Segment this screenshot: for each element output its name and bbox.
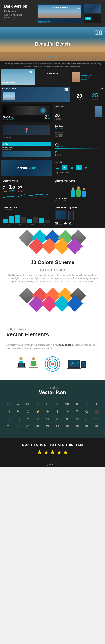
icon-19: ✿ [83,409,91,414]
bottom-num-20: 20 Jul 2016 [55,112,61,120]
svg-rect-10 [35,364,37,365]
tl-text-3: Jun 2016 [56,135,63,137]
inf-stat-label-2: Active [62,200,67,201]
dark-version-description: All Slide With Black Background [4,14,34,19]
footer-url: gfxtra.com [2,463,103,466]
tl-text-1: Jan 2016 [56,132,63,133]
il-icon-1: ☁ [55,164,60,170]
cc-title: Creative Chart [3,206,50,209]
tl-ever: Ever [55,129,102,131]
et-dot-2 [57,154,59,156]
dark-version-title: Dark Version [4,4,34,9]
inf-figure-1 [71,188,75,197]
editable-section: Fully Editable Vector Elements All vecto… [0,321,105,380]
icon-12: ⚑ [14,409,22,414]
star-3: ★ [50,449,55,456]
editable-heading: Fully Editable Vector Elements [6,328,99,340]
ci-placeholder: Placeholder [2,148,51,150]
cc-chart-area [3,212,50,223]
svg-rect-22 [82,362,86,368]
diamond-row-2 [0,240,105,252]
svg-point-23 [83,368,84,368]
mock-phone [68,211,74,220]
vi-divider [49,396,56,397]
icon-34: ☱ [34,424,42,430]
wn-sub: Special Event ? [3,118,50,120]
slide-bb-wide: Beautiful Beach 20 [1,86,69,102]
svg-point-0 [19,357,23,360]
cc-lbl-1: 400 [3,223,14,225]
inf-stat-1: 7.814 Total [55,198,60,201]
fig-head-2 [77,186,80,189]
svg-point-25 [72,363,73,364]
read-more-button[interactable]: READ MORE [45,55,60,58]
slide-icon-list: Icon List ☁ ✉ ☎ ⚙ ★ Fully editable icons [53,160,104,176]
people-svg [17,356,38,372]
slide-freddy: Freddy Color Presentation Designer [70,69,104,85]
vi-target-figure [42,354,63,374]
icon-37: ☴ [63,424,71,430]
slide-creative-mockup: Creative Mockup Slide 901 Downloads 160 … [53,205,104,227]
colors-divider [49,266,56,267]
freddy-name: Freddy Color [81,74,103,76]
svg-rect-4 [17,367,26,368]
mock-title: Creative Mockup Slide [55,206,102,209]
wn-title: What's New [3,116,50,118]
vector-showcase [6,354,99,374]
beach-image: Beautiful Beach 10 READ MORE [0,27,105,61]
slides-grid-row1: 18 Beautiful Beach Clean Table Freddy Co… [0,68,105,86]
star-4: ★ [56,449,62,456]
icon-24: ☀ [34,416,42,422]
vector-icons-section: Included Vector Icon ♡ ☁ ✉ ☆ ☐ ✏ ☎ ⏺ ♪ ⬇… [0,380,105,438]
cc-bar-4 [21,218,26,223]
mock-stat-2: 160 Views [64,222,68,226]
svg-rect-8 [32,361,36,366]
colors-scheme-section: 10 Colors Scheme Included In Package The… [0,228,105,321]
fig-head-1 [72,188,74,190]
cc-report: 2016 Report [3,209,50,210]
slide-clean-table: Clean Table [36,69,69,85]
icon-2: ☁ [14,401,22,407]
il-desc: Fully editable icons [55,172,102,174]
il-icon-4: ⚙ [76,164,82,170]
cc-bar-1 [3,218,8,223]
tl-dot-3 [55,136,56,136]
icon-9: ♪ [83,401,91,407]
slides-grid-row7: Creative Project 7 -19% 15 +25% 27 -09% … [0,177,105,204]
slides-grid-row5: 2016 Creative Image Placeholder End Time… [0,140,105,159]
colors-title: 10 Colors Scheme [0,260,105,265]
colors-desc: The Company Clean PowerPoint Template pr… [0,274,105,284]
tl-items: Jan 2016 Mar 2016 Jun 2016 [55,132,102,137]
mock-num-3: 26 [69,222,72,224]
slide-timeline: Our Best TimeLine Ever Jan 2016 Mar 2016… [53,123,104,140]
slide-creative-project: Creative Project 7 -19% 15 +25% 27 -09% [1,178,52,203]
et-dot-3 [60,154,61,156]
preview-beach-title: Beautiful Beach [52,6,68,8]
slides-grid-row3: What's New Special Event ? 21 Corner Spa… [0,103,105,122]
inf-stat-num-2: 5.419 [62,198,67,200]
icon-11: ☑ [4,409,12,414]
fig-body-3 [82,191,86,197]
editable-desc: All vector that used with in the present… [6,343,99,350]
preview-beach-number: 10 [77,6,80,10]
cp-title: Creative Project [3,180,50,182]
inf-figure-3 [82,188,86,197]
footer-section: gfxtra.com [0,461,105,467]
icon-26: ⌂ [53,416,62,422]
icon-7: ☎ [63,401,71,407]
vi-devices-figure [67,354,88,374]
slide-beach-portrait: 18 Beautiful Beach [1,69,35,85]
num-label: 29 [101,88,103,90]
cc-lbl-3: 600 [27,223,38,225]
et-line [55,148,102,149]
icon-29: ✈ [83,416,91,422]
map-area: 📍 [3,125,50,136]
ci-label: Creative Image [2,146,51,148]
svg-rect-9 [31,364,32,365]
break-content: BreakSlide [17,166,36,170]
dark-version-subtitle: Background [4,10,34,12]
cc-bar-5 [27,219,32,223]
icon-27: ⚑ [63,416,71,422]
dark-preview-mini-2: 2016 [84,14,101,23]
year-badge: 2016 [85,17,91,20]
